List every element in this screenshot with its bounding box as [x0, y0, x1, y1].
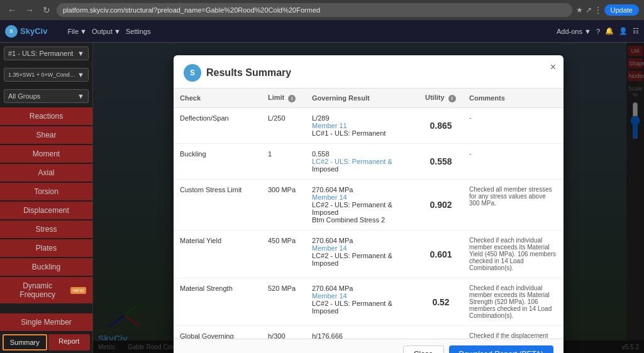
groups-dropdown[interactable]: All Groups ▼ — [4, 89, 89, 103]
utility-info-icon[interactable]: i — [448, 95, 456, 102]
dropdown-chevron3: ▼ — [77, 92, 84, 100]
browser-actions: ★ ↗ ⋮ Update — [576, 4, 639, 16]
help-icon[interactable]: ? — [596, 28, 600, 35]
shear-label: Shear — [36, 131, 56, 139]
limit-header: Limit i — [262, 89, 306, 108]
governing-cell-4: 270.604 MPaMember 14LC#2 - ULS: Permanen… — [306, 278, 419, 326]
governing-cell-3: 270.604 MPaMember 14LC#2 - ULS: Permanen… — [306, 231, 419, 278]
sidebar-item-torsion[interactable]: Torsion — [0, 183, 92, 200]
table-row: Material Strength520 MPa270.604 MPaMembe… — [174, 278, 564, 326]
modal-close-button[interactable]: × — [550, 62, 556, 73]
plates-label: Plates — [36, 244, 57, 253]
download-report-button[interactable]: Download Report (BETA) — [449, 345, 554, 353]
comments-cell-0: - — [463, 108, 564, 144]
comments-cell-5: Checked if the displacement perpendicula… — [463, 326, 564, 339]
settings-menu[interactable]: Settings — [126, 28, 151, 35]
results-modal: S Results Summary × Check — [174, 55, 564, 353]
torsion-label: Torsion — [34, 187, 58, 196]
menu-icon[interactable]: ⋮ — [594, 6, 602, 14]
check-cell-1: Buckling — [174, 144, 262, 180]
sidebar-item-axial[interactable]: Axial — [0, 164, 92, 182]
groups-value: All Groups — [8, 92, 40, 100]
load-combo-dropdown[interactable]: 1.35×SW1 + 0×W_Cond6_Comb2_Cp... ▼ — [4, 68, 89, 82]
utility-cell-3: 0.601 — [419, 231, 463, 278]
dropdown-chevron2: ▼ — [77, 71, 84, 79]
output-menu[interactable]: Output ▼ — [92, 28, 121, 35]
check-cell-2: Custom Stress Limit — [174, 180, 262, 231]
app-container: S SkyCiv File ▼ Output ▼ Settings Add-on… — [0, 20, 644, 353]
sidebar-item-displacement[interactable]: Displacement — [0, 202, 92, 219]
check-header: Check — [174, 89, 262, 108]
comments-cell-2: Checked all member stresses for any stre… — [463, 180, 564, 231]
share-icon[interactable]: ↗ — [586, 6, 592, 14]
sidebar-item-dynamic-frequency[interactable]: Dynamic Frequency NEW — [0, 277, 92, 303]
sidebar-item-plates[interactable]: Plates — [0, 239, 92, 257]
check-cell-4: Material Strength — [174, 278, 262, 326]
load-combo-value: 1.35×SW1 + 0×W_Cond6_Comb2_Cp... — [8, 72, 77, 78]
check-cell-3: Material Yield — [174, 231, 262, 278]
main-area: #1 - ULS: Permanent ▼ 1.35×SW1 + 0×W_Con… — [0, 43, 644, 353]
addons-menu[interactable]: Add-ons ▼ — [557, 28, 591, 35]
limit-info-icon[interactable]: i — [288, 95, 296, 102]
single-member-label: Single Member — [21, 318, 72, 327]
update-button[interactable]: Update — [604, 4, 639, 16]
summary-button[interactable]: Summary — [3, 334, 47, 350]
check-cell-0: Deflection/Span — [174, 108, 262, 144]
sidebar-item-reactions[interactable]: Reactions — [0, 107, 92, 125]
utility-header: Utility i — [419, 89, 463, 108]
file-label: File — [67, 28, 79, 35]
table-row: Material Yield450 MPa270.604 MPaMember 1… — [174, 231, 564, 278]
modal-title: Results Summary — [206, 67, 291, 79]
comments-header: Comments — [463, 89, 564, 108]
file-menu[interactable]: File ▼ — [67, 28, 87, 35]
dropdown-chevron: ▼ — [77, 50, 84, 57]
close-button[interactable]: Close — [403, 345, 444, 353]
star-icon[interactable]: ★ — [576, 6, 583, 14]
limit-cell-4: 520 MPa — [262, 278, 306, 326]
table-row: Custom Stress Limit300 MPa270.604 MPaMem… — [174, 180, 564, 231]
load-case-dropdown[interactable]: #1 - ULS: Permanent ▼ — [4, 46, 89, 60]
modal-logo-icon: S — [184, 64, 201, 82]
sidebar: #1 - ULS: Permanent ▼ 1.35×SW1 + 0×W_Con… — [0, 43, 93, 353]
utility-cell-4: 0.52 — [419, 278, 463, 326]
governing-cell-1: 0.558LC#2 - ULS: Permanent &Imposed — [306, 144, 419, 180]
table-header-row: Check Limit i Governing Result — [174, 89, 564, 108]
new-badge: NEW — [70, 287, 86, 294]
forward-button[interactable]: → — [23, 4, 36, 16]
report-button[interactable]: Report — [48, 334, 91, 350]
top-toolbar: S SkyCiv File ▼ Output ▼ Settings Add-on… — [0, 20, 644, 43]
grid-icon[interactable]: ☷ — [633, 27, 639, 35]
sidebar-item-single-member[interactable]: Single Member — [0, 313, 92, 331]
addons-chevron: ▼ — [584, 28, 591, 35]
output-chevron: ▼ — [114, 28, 121, 35]
reactions-label: Reactions — [30, 112, 63, 121]
comments-cell-3: Checked if each individual member exceed… — [463, 231, 564, 278]
user-avatar[interactable]: 👤 — [619, 27, 628, 35]
file-chevron: ▼ — [80, 28, 87, 35]
sidebar-item-shear[interactable]: Shear — [0, 126, 92, 144]
check-cell-5: Global Governing Displacement — [174, 326, 262, 339]
toolbar-menu: File ▼ Output ▼ Settings — [67, 28, 150, 35]
dynamic-frequency-label: Dynamic Frequency — [6, 281, 69, 299]
limit-cell-1: 1 — [262, 144, 306, 180]
browser-bar: ← → ↻ platform.skyciv.com/structural?pre… — [0, 0, 644, 20]
governing-cell-5: h/176.666Member 63ULS: Permanent & Impos… — [306, 326, 419, 339]
url-bar[interactable]: platform.skyciv.com/structural?preload_n… — [57, 3, 572, 17]
sidebar-item-stress[interactable]: Stress — [0, 220, 92, 238]
refresh-button[interactable]: ↻ — [40, 4, 53, 16]
settings-label: Settings — [126, 28, 151, 35]
stress-label: Stress — [35, 225, 57, 234]
sidebar-item-moment[interactable]: Moment — [0, 145, 92, 163]
governing-cell-2: 270.604 MPaMember 14LC#2 - ULS: Permanen… — [306, 180, 419, 231]
logo-text: SkyCiv — [20, 26, 47, 36]
sidebar-item-buckling[interactable]: Buckling — [0, 258, 92, 276]
app-logo: S SkyCiv — [5, 25, 47, 38]
results-table: Check Limit i Governing Result — [174, 89, 564, 339]
notifications-icon[interactable]: 🔔 — [605, 27, 614, 35]
utility-cell-1: 0.558 — [419, 144, 463, 180]
url-text: platform.skyciv.com/structural?preload_n… — [63, 6, 320, 14]
comments-cell-4: Checked if each individual member exceed… — [463, 278, 564, 326]
toolbar-right: Add-ons ▼ ? 🔔 👤 ☷ — [557, 27, 639, 35]
back-button[interactable]: ← — [5, 4, 19, 16]
load-case-value: #1 - ULS: Permanent — [8, 50, 73, 57]
